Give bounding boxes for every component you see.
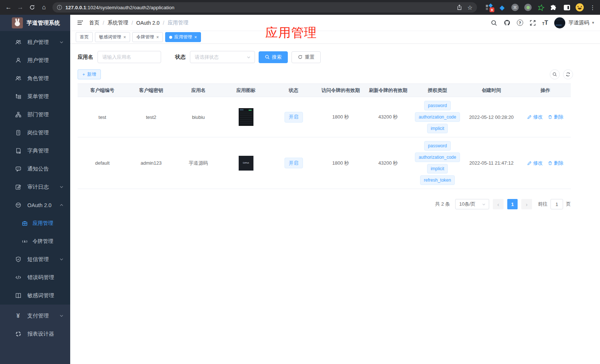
tree-list-icon (15, 93, 21, 100)
recorder-extension-icon[interactable] (524, 3, 532, 11)
bookmark-icon[interactable]: ☆ (467, 4, 473, 11)
fullscreen-icon[interactable] (529, 20, 536, 26)
command-extension-icon[interactable]: ⌘ (511, 3, 519, 11)
close-icon[interactable]: × (156, 35, 159, 40)
browser-forward-button[interactable]: → (15, 2, 26, 13)
users-icon (15, 75, 21, 82)
status-badge: 开启 (284, 158, 303, 168)
browser-reload-button[interactable] (27, 2, 38, 13)
sidebar-item-tenant[interactable]: 租户管理 (0, 33, 70, 51)
delete-button[interactable]: 删除 (548, 114, 563, 120)
users-icon (15, 39, 21, 45)
refresh-button[interactable] (563, 69, 573, 79)
browser-home-button[interactable]: ⌂ (38, 2, 50, 13)
address-bar[interactable]: 127.0.0.1:1024/system/oauth2/oauth2/appl… (52, 2, 477, 13)
status-label: 状态 (175, 54, 185, 61)
sidebar-item-notice[interactable]: 通知公告 (0, 160, 70, 178)
cell-operations: 修改 删除 (520, 110, 571, 124)
sidebar-item-oauth-token[interactable]: 令牌管理 (0, 232, 70, 250)
app-logo[interactable]: 芋道管理系统 (0, 15, 70, 31)
open-book-icon (15, 292, 21, 299)
sidebar-item-label: 错误码管理 (27, 274, 54, 281)
toggle-search-button[interactable] (550, 69, 560, 79)
split-screen-icon[interactable] (563, 3, 571, 11)
next-page-button[interactable]: › (521, 199, 532, 209)
chevron-down-icon (482, 202, 486, 206)
sidebar-item-error-code[interactable]: 错误码管理 (0, 268, 70, 286)
sidebar-item-sensitive-words[interactable]: 敏感词管理 (0, 286, 70, 305)
github-icon[interactable] (504, 19, 511, 26)
logo-image (12, 17, 23, 28)
delete-button[interactable]: 删除 (548, 160, 563, 166)
sidebar-item-oauth-application[interactable]: 应用管理 (0, 214, 70, 232)
profile-avatar[interactable] (576, 3, 584, 11)
help-icon[interactable]: ? (517, 20, 523, 26)
sidebar-item-sms[interactable]: 短信管理 (0, 250, 70, 268)
col-header: 操作 (520, 87, 571, 94)
sidebar-item-label: 菜单管理 (27, 93, 49, 100)
browser-menu-icon[interactable]: ⋮ (588, 4, 597, 11)
edit-button[interactable]: 修改 (527, 114, 543, 120)
yen-icon: ¥ (15, 313, 21, 319)
sidebar-item-dict[interactable]: 字典管理 (0, 142, 70, 160)
breadcrumb-oauth[interactable]: OAuth 2.0 (136, 20, 160, 26)
sidebar-item-role[interactable]: 角色管理 (0, 69, 70, 87)
tab-token[interactable]: 令牌管理 × (132, 32, 163, 42)
share-icon[interactable] (457, 4, 462, 10)
page-size-value: 10条/页 (459, 201, 475, 207)
chevron-down-icon (59, 314, 64, 318)
sidebar-item-post[interactable]: 岗位管理 (0, 124, 70, 142)
tab-sensitive-words[interactable]: 敏感词管理 × (95, 32, 130, 42)
sidebar-item-audit-log[interactable]: 审计日志 (0, 178, 70, 196)
search-icon[interactable] (491, 20, 497, 26)
app-name-input[interactable] (98, 51, 161, 63)
active-dot (169, 36, 172, 39)
cell-refresh-ttl: 43200 秒 (364, 110, 412, 124)
search-button[interactable]: 搜索 (259, 51, 288, 63)
sidebar-item-oauth[interactable]: OAuth 2.0 (0, 196, 70, 214)
site-info-icon[interactable] (57, 5, 62, 10)
puzzle-extensions-icon[interactable] (550, 3, 558, 11)
grant-type-tag: implicit (427, 124, 448, 133)
prev-page-button[interactable]: ‹ (493, 199, 504, 209)
sidebar-item-label: 支付管理 (27, 312, 49, 319)
star-extension-icon[interactable] (537, 3, 545, 11)
sidebar-collapse-icon[interactable] (76, 19, 83, 26)
adblock-extension-icon[interactable]: 9 (485, 3, 493, 11)
sidebar-item-label: 报表设计器 (27, 330, 54, 337)
goto-label: 前往 (538, 201, 548, 207)
dictionary-icon (15, 148, 21, 154)
col-header: 状态 (270, 87, 317, 94)
goto-page-input[interactable] (550, 199, 563, 209)
page-size-select[interactable]: 10条/页 (455, 199, 489, 209)
sidebar-item-user[interactable]: 用户管理 (0, 51, 70, 69)
table-toolbar: + 新增 (78, 69, 593, 79)
status-select[interactable]: 请选择状态 (190, 51, 255, 63)
breadcrumb-home[interactable]: 首页 (89, 20, 99, 26)
user-menu[interactable]: 芋道源码 ▾ (554, 17, 594, 28)
breadcrumb-system[interactable]: 系统管理 (108, 20, 128, 26)
font-size-icon[interactable]: TT (542, 20, 548, 26)
cell-created-at: 2022-05-11 21:47:12 (463, 157, 520, 169)
log-edit-icon (15, 184, 21, 190)
sidebar-item-report-designer[interactable]: 报表设计器 (0, 325, 70, 343)
col-header: 访问令牌的有效期 (317, 87, 364, 94)
close-icon[interactable]: × (123, 35, 126, 40)
reset-button[interactable]: 重置 (292, 51, 321, 63)
code-icon (15, 274, 21, 281)
badge-icon (15, 130, 21, 136)
page-number-button[interactable]: 1 (507, 199, 518, 209)
browser-back-button[interactable]: ← (3, 2, 14, 13)
tab-application[interactable]: 应用管理 × (165, 32, 201, 42)
close-icon[interactable]: × (194, 35, 197, 40)
sidebar-item-menu[interactable]: 菜单管理 (0, 87, 70, 106)
tab-home[interactable]: 首页 (76, 32, 93, 42)
add-button[interactable]: + 新增 (78, 69, 101, 79)
sidebar-item-label: 敏感词管理 (27, 292, 54, 299)
main-content: 应用管理 首页 / 系统管理 / OAuth 2.0 / 应用管理 (70, 15, 600, 364)
edit-button[interactable]: 修改 (527, 160, 543, 166)
app-name-label: 应用名 (78, 54, 93, 61)
sidebar-item-payment[interactable]: ¥ 支付管理 (0, 307, 70, 325)
gem-extension-icon[interactable]: ◆ (498, 3, 506, 11)
sidebar-item-dept[interactable]: 部门管理 (0, 106, 70, 124)
